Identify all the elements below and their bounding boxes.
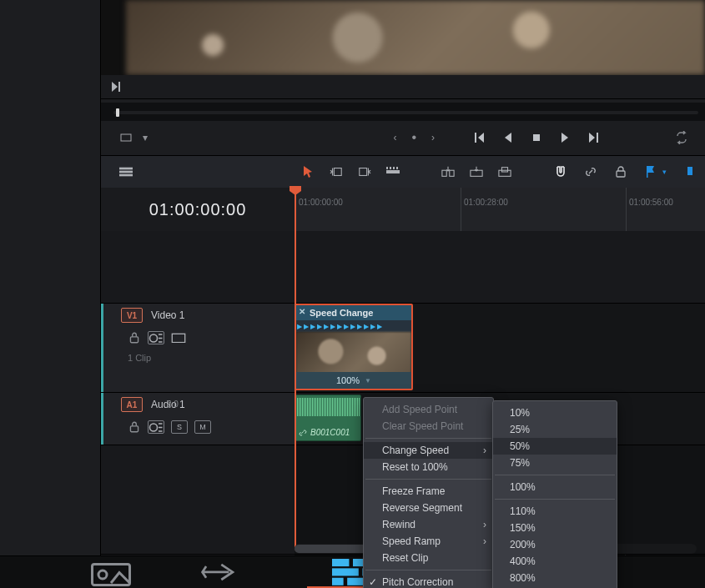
audio-meter-label: 2.0: [167, 400, 179, 409]
speed-option[interactable]: 100%: [493, 479, 617, 495]
chevron-down-icon[interactable]: ▼: [365, 377, 371, 384]
snap-icon[interactable]: [554, 165, 567, 178]
svg-point-21: [150, 334, 158, 342]
play-reverse-icon[interactable]: [501, 131, 515, 144]
svg-rect-6: [360, 168, 367, 176]
timeline-ruler[interactable]: 01:00:00:00 01:00:28:00 01:00:56:00: [295, 188, 705, 231]
svg-rect-0: [121, 134, 131, 141]
clip-thumbnail: [296, 332, 411, 375]
link-icon[interactable]: [584, 165, 597, 178]
audio-clip[interactable]: B001C001: [295, 395, 361, 441]
scrub-bar[interactable]: [101, 102, 705, 122]
lock-icon[interactable]: [614, 165, 627, 178]
menu-item[interactable]: Reverse Segment: [364, 500, 493, 516]
playhead[interactable]: [295, 188, 296, 550]
playback-controls: [473, 131, 600, 144]
ruler-tick: 01:00:00:00: [299, 198, 343, 207]
speed-option[interactable]: 800%: [493, 570, 617, 586]
svg-rect-12: [442, 170, 446, 176]
menu-item[interactable]: ✓Pitch Correction: [364, 574, 493, 588]
menu-item[interactable]: Change Speed›: [364, 442, 493, 459]
flag-dropdown-icon[interactable]: ▾: [662, 168, 667, 176]
video-track-header[interactable]: V1 Video 1 1 Clip: [101, 304, 295, 393]
clip-speed-readout[interactable]: 100%▼: [296, 372, 411, 389]
menu-item[interactable]: Reset Clip: [364, 550, 493, 566]
speed-option[interactable]: 200%: [493, 536, 617, 553]
video-clip[interactable]: ✕ Speed Change ▶▶▶▶▶▶▶▶▶▶▶▶▶ 100%▼: [295, 304, 413, 390]
replace-icon[interactable]: [498, 165, 511, 178]
speed-option[interactable]: 150%: [493, 520, 617, 536]
scrub-handle[interactable]: [116, 108, 119, 117]
auto-select-icon[interactable]: [148, 331, 164, 344]
track-headers: V1 Video 1 1 Clip A1 Audio 1 2.0: [101, 231, 295, 556]
audio-track-badge[interactable]: A1: [121, 397, 143, 412]
change-speed-submenu[interactable]: 10%25%50%75%100%110%150%200%400%800%: [492, 400, 617, 588]
skip-forward-icon[interactable]: [587, 131, 600, 144]
blade-icon[interactable]: [386, 165, 400, 178]
cut-page-icon[interactable]: [199, 562, 240, 582]
trim-end-icon[interactable]: [358, 165, 371, 178]
svg-rect-4: [119, 174, 133, 177]
flag-marker-icon[interactable]: [644, 165, 657, 178]
track-header-empty: [101, 445, 295, 555]
svg-rect-19: [687, 167, 692, 175]
svg-point-24: [150, 424, 158, 431]
chevron-right-icon[interactable]: ›: [426, 131, 440, 144]
timecode-display[interactable]: 01:00:00:00: [101, 188, 295, 231]
rect-icon[interactable]: [171, 332, 186, 344]
menu-item[interactable]: Reset to 100%: [364, 459, 493, 475]
menu-item[interactable]: Rewind›: [364, 516, 493, 533]
marker-icon[interactable]: [683, 165, 697, 178]
insert-icon[interactable]: [441, 165, 455, 178]
nav-prev-next: ‹ • ›: [388, 130, 440, 145]
svg-rect-2: [119, 168, 133, 170]
svg-rect-9: [390, 167, 391, 169]
overwrite-icon[interactable]: [470, 165, 483, 178]
lock-icon[interactable]: [128, 331, 141, 344]
media-page-icon[interactable]: [90, 562, 132, 582]
video-track-lane[interactable]: ✕ Speed Change ▶▶▶▶▶▶▶▶▶▶▶▶▶ 100%▼: [295, 304, 705, 393]
scrub-track: [113, 111, 698, 114]
svg-rect-22: [172, 334, 184, 342]
speed-arrows: ▶▶▶▶▶▶▶▶▶▶▶▶▶: [296, 320, 411, 332]
svg-rect-8: [386, 167, 388, 169]
chevron-left-icon[interactable]: ‹: [388, 131, 401, 144]
next-frame-icon[interactable]: [109, 80, 123, 93]
menu-item[interactable]: Speed Ramp›: [364, 533, 493, 550]
audio-clip-label: B001C001: [310, 428, 350, 437]
skip-back-icon[interactable]: [473, 131, 486, 144]
speed-option[interactable]: 10%: [493, 405, 617, 421]
speed-option[interactable]: 400%: [493, 553, 617, 570]
loop-icon[interactable]: [675, 131, 688, 144]
svg-rect-11: [396, 167, 398, 169]
menu-item[interactable]: Freeze Frame: [364, 483, 493, 500]
stop-icon[interactable]: [530, 131, 543, 144]
auto-select-icon[interactable]: [148, 420, 164, 434]
video-track-badge[interactable]: V1: [121, 308, 143, 323]
speed-option[interactable]: 25%: [493, 421, 617, 438]
solo-button[interactable]: S: [171, 420, 188, 434]
mute-button[interactable]: M: [194, 420, 211, 434]
speed-option[interactable]: 50%: [493, 438, 617, 455]
link-icon: [299, 429, 307, 437]
chevron-right-icon: ›: [483, 519, 486, 530]
audio-track-header[interactable]: A1 Audio 1 2.0 S M: [101, 393, 295, 445]
svg-rect-29: [332, 568, 359, 575]
close-icon[interactable]: ✕: [299, 307, 305, 316]
speed-option[interactable]: 110%: [493, 503, 617, 520]
svg-rect-27: [332, 559, 349, 566]
viewer-panel: [101, 0, 705, 99]
svg-point-26: [98, 570, 107, 579]
speed-option[interactable]: 75%: [493, 455, 617, 471]
track-lane-gap: [295, 231, 705, 304]
lock-icon[interactable]: [128, 420, 141, 434]
marquee-icon[interactable]: [119, 131, 133, 144]
viewer-dropdown-icon[interactable]: ▾: [143, 132, 148, 143]
play-icon[interactable]: [558, 131, 572, 144]
timeline-view-icon[interactable]: [119, 165, 133, 178]
track-header-gap: [101, 231, 295, 304]
selection-arrow-icon[interactable]: [301, 165, 315, 178]
trim-start-icon[interactable]: [330, 165, 343, 178]
speed-context-menu[interactable]: Add Speed PointClear Speed PointChange S…: [363, 397, 494, 588]
dot-icon[interactable]: •: [411, 130, 416, 145]
